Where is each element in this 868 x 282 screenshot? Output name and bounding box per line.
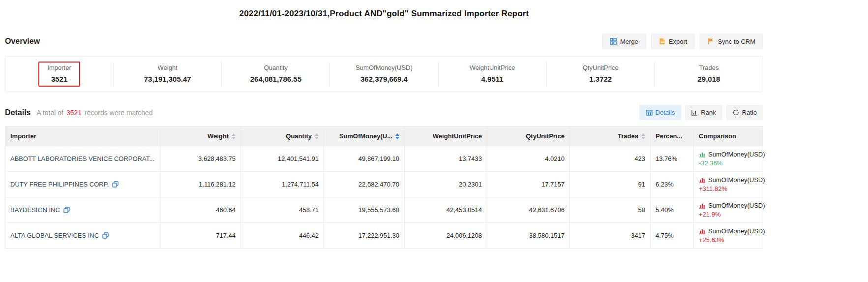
cell-percent: 13.76% — [651, 146, 694, 172]
comparison-metric-label: SumOfMoney(USD) — [708, 202, 765, 209]
tab-details[interactable]: Details — [639, 105, 682, 120]
details-heading: Details — [5, 108, 30, 117]
cell-importer: ALTA GLOBAL SERVICES INC — [5, 223, 160, 249]
cell-trades: 423 — [570, 146, 651, 172]
comparison-chart-icon — [699, 151, 706, 157]
comparison-change: +21.9% — [699, 211, 758, 218]
details-icon — [646, 110, 653, 116]
comparison-chart-icon — [699, 228, 706, 234]
importer-name[interactable]: ABBOTT LABORATORIES VENICE CORPORAT... — [10, 155, 154, 162]
stat-weight: Weight 73,191,305.47 — [114, 62, 222, 87]
column-label-weight: Weight — [208, 132, 229, 140]
sort-icon — [315, 133, 319, 139]
comparison-change: -32.36% — [699, 159, 758, 167]
cell-comparison: SumOfMoney(USD) -32.36% — [694, 146, 763, 172]
stat-qty-unit-price: QtyUnitPrice 1.3722 — [547, 62, 655, 87]
merge-button-label: Merge — [620, 38, 638, 45]
column-header-weight-unit-price: WeightUnitPrice — [405, 126, 487, 146]
stat-label: QtyUnitPrice — [583, 64, 619, 71]
column-header-trades[interactable]: Trades — [570, 126, 651, 146]
cell-qty-unit-price: 17.7157 — [487, 172, 570, 197]
cell-comparison: SumOfMoney(USD) +311.82% — [694, 172, 763, 197]
match-suffix: records were matched — [85, 109, 153, 117]
column-header-comparison: Comparison — [694, 126, 763, 146]
column-header-sum-of-money[interactable]: SumOfMoney(U... — [324, 126, 405, 146]
table-header-row: Importer Weight Quantity SumOfMoney(U...… — [5, 126, 763, 146]
stat-value: 3521 — [47, 75, 71, 83]
cell-comparison: SumOfMoney(USD) +25.63% — [694, 223, 763, 249]
tab-rank[interactable]: Rank — [685, 105, 722, 120]
comparison-metric-label: SumOfMoney(USD) — [708, 227, 765, 235]
stat-value: 4.9511 — [470, 75, 515, 83]
rank-icon — [691, 109, 698, 116]
column-header-quantity[interactable]: Quantity — [241, 126, 324, 146]
cell-trades: 91 — [570, 172, 651, 197]
cell-sum-of-money: 17,222,951.30 — [324, 223, 405, 249]
column-header-qty-unit-price: QtyUnitPrice — [487, 126, 570, 146]
comparison-chart-icon — [699, 177, 706, 183]
column-label-importer: Importer — [10, 132, 36, 140]
copy-icon[interactable] — [112, 181, 119, 188]
cell-importer: DUTY FREE PHILIPPINES CORP. — [5, 172, 160, 197]
cell-weight-unit-price: 13.7433 — [405, 146, 487, 172]
column-label-weight-unit-price: WeightUnitPrice — [433, 132, 482, 140]
cell-quantity: 12,401,541.91 — [241, 146, 324, 172]
stat-value: 1.3722 — [583, 75, 619, 83]
stat-sum-of-money: SumOfMoney(USD) 362,379,669.4 — [330, 62, 438, 87]
tab-ratio-label: Ratio — [742, 109, 757, 116]
cell-weight: 460.64 — [160, 197, 241, 223]
comparison-change: +311.82% — [699, 185, 758, 192]
table-row: BAYDESIGN INC 460.64 458.71 19,555,573.6… — [5, 197, 763, 223]
export-button[interactable]: Export — [651, 33, 695, 49]
cell-qty-unit-price: 42,631.6706 — [487, 197, 570, 223]
importer-name[interactable]: BAYDESIGN INC — [10, 206, 60, 214]
sort-icon — [232, 133, 236, 139]
comparison-block: SumOfMoney(USD) +21.9% — [699, 202, 758, 218]
export-icon — [659, 38, 665, 45]
cell-quantity: 458.71 — [241, 197, 324, 223]
overview-heading: Overview — [5, 37, 40, 46]
page-container: 2022/11/01-2023/10/31,Product AND"gold" … — [0, 0, 768, 249]
column-label-trades: Trades — [618, 132, 638, 140]
cell-sum-of-money: 49,867,199.10 — [324, 146, 405, 172]
cell-sum-of-money: 19,555,573.60 — [324, 197, 405, 223]
column-label-quantity: Quantity — [286, 132, 312, 140]
stat-weight-unit-price: WeightUnitPrice 4.9511 — [439, 62, 547, 87]
cell-qty-unit-price: 38,580.1517 — [487, 223, 570, 249]
copy-icon[interactable] — [63, 207, 70, 213]
comparison-change: +25.63% — [699, 236, 758, 244]
stat-value: 362,379,669.4 — [356, 75, 413, 83]
stat-value: 73,191,305.47 — [144, 75, 191, 83]
tab-rank-label: Rank — [701, 109, 716, 116]
match-summary: A total of3521records were matched — [36, 109, 152, 117]
column-header-percent: Percen... — [651, 126, 694, 146]
stat-label: Importer — [47, 64, 71, 71]
stat-label: WeightUnitPrice — [470, 64, 515, 71]
cell-qty-unit-price: 4.0210 — [487, 146, 570, 172]
stat-label: Weight — [144, 64, 191, 71]
comparison-block: SumOfMoney(USD) +25.63% — [699, 227, 758, 244]
sync-to-crm-button[interactable]: Sync to CRM — [700, 33, 763, 49]
tab-ratio[interactable]: Ratio — [726, 105, 763, 120]
details-bar: Details A total of3521records were match… — [5, 105, 763, 120]
cell-percent: 6.23% — [651, 172, 694, 197]
comparison-chart-icon — [699, 202, 706, 209]
importer-name[interactable]: ALTA GLOBAL SERVICES INC — [10, 232, 99, 239]
cell-weight-unit-price: 20.2301 — [405, 172, 487, 197]
column-header-weight[interactable]: Weight — [160, 126, 241, 146]
stat-label: SumOfMoney(USD) — [356, 64, 413, 71]
sort-icon — [641, 133, 645, 139]
importer-name[interactable]: DUTY FREE PHILIPPINES CORP. — [10, 181, 109, 188]
stat-value: 29,018 — [697, 75, 720, 83]
table-row: ALTA GLOBAL SERVICES INC 717.44 446.42 1… — [5, 223, 763, 249]
cell-percent: 4.75% — [651, 223, 694, 249]
match-prefix: A total of — [36, 109, 63, 117]
comparison-block: SumOfMoney(USD) +311.82% — [699, 176, 758, 192]
stat-quantity: Quantity 264,081,786.55 — [222, 62, 330, 87]
overview-toolbar: Overview Merge Export Sync to CRM — [5, 33, 763, 49]
copy-icon[interactable] — [102, 232, 109, 239]
sort-icon — [395, 133, 399, 139]
cell-sum-of-money: 22,582,470.70 — [324, 172, 405, 197]
merge-button[interactable]: Merge — [602, 33, 646, 49]
importer-table: Importer Weight Quantity SumOfMoney(U...… — [5, 126, 763, 249]
